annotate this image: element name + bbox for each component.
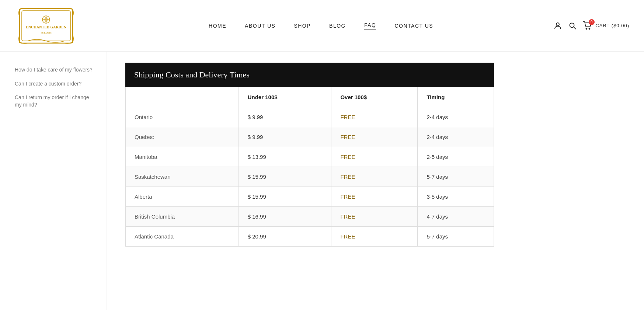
- header-icons: 0 CART ($0.00): [553, 21, 629, 30]
- logo-area: ENCHANTED GARDEN EST. 2018: [15, 4, 88, 48]
- account-button[interactable]: [553, 21, 562, 30]
- timing-cell: 3-5 days: [418, 187, 494, 207]
- svg-line-8: [574, 27, 576, 29]
- table-header-row: Under 100$ Over 100$ Timing: [126, 87, 494, 107]
- timing-cell: 2-5 days: [418, 147, 494, 167]
- table-row: British Columbia $ 16.99 FREE 4-7 days: [126, 207, 494, 227]
- table-row: Atlantic Canada $ 20.99 FREE 5-7 days: [126, 227, 494, 247]
- col-over100: Over 100$: [331, 87, 418, 107]
- sidebar-link-flowers[interactable]: How do I take care of my flowers?: [15, 66, 95, 74]
- under100-cell: $ 20.99: [239, 227, 331, 247]
- table-row: Alberta $ 15.99 FREE 3-5 days: [126, 187, 494, 207]
- nav-blog[interactable]: BLOG: [329, 23, 346, 29]
- nav-contact[interactable]: CONTACT US: [394, 23, 433, 29]
- cart-label: CART ($0.00): [595, 23, 629, 28]
- account-icon: [553, 21, 562, 30]
- table-row: Quebec $ 9.99 FREE 2-4 days: [126, 127, 494, 147]
- cart-icon-wrap: 0: [583, 21, 592, 30]
- page-layout: How do I take care of my flowers? Can I …: [0, 52, 644, 310]
- province-cell: Alberta: [126, 187, 239, 207]
- nav-shop[interactable]: SHOP: [294, 23, 311, 29]
- col-province: [126, 87, 239, 107]
- table-row: Ontario $ 9.99 FREE 2-4 days: [126, 107, 494, 127]
- province-cell: British Columbia: [126, 207, 239, 227]
- main-content: Shipping Costs and Delivery Times Under …: [107, 52, 644, 310]
- over100-cell: FREE: [331, 127, 418, 147]
- table-title: Shipping Costs and Delivery Times: [125, 63, 494, 87]
- over100-cell: FREE: [331, 187, 418, 207]
- nav-faq[interactable]: FAQ: [364, 22, 376, 29]
- province-cell: Manitoba: [126, 147, 239, 167]
- timing-cell: 4-7 days: [418, 207, 494, 227]
- shipping-table: Under 100$ Over 100$ Timing Ontario $ 9.…: [125, 87, 494, 247]
- timing-cell: 5-7 days: [418, 227, 494, 247]
- table-row: Manitoba $ 13.99 FREE 2-5 days: [126, 147, 494, 167]
- over100-cell: FREE: [331, 227, 418, 247]
- over100-cell: FREE: [331, 207, 418, 227]
- sidebar-link-custom[interactable]: Can I create a custom order?: [15, 80, 95, 88]
- table-row: Saskatchewan $ 15.99 FREE 5-7 days: [126, 167, 494, 187]
- col-under100: Under 100$: [239, 87, 331, 107]
- nav-home[interactable]: HOME: [209, 23, 226, 29]
- svg-point-6: [556, 23, 559, 26]
- timing-cell: 5-7 days: [418, 167, 494, 187]
- col-timing: Timing: [418, 87, 494, 107]
- timing-cell: 2-4 days: [418, 107, 494, 127]
- logo: ENCHANTED GARDEN EST. 2018: [15, 4, 77, 48]
- under100-cell: $ 16.99: [239, 207, 331, 227]
- nav-about[interactable]: ABOUT US: [245, 23, 275, 29]
- svg-text:ENCHANTED GARDEN: ENCHANTED GARDEN: [26, 25, 67, 29]
- province-cell: Ontario: [126, 107, 239, 127]
- under100-cell: $ 13.99: [239, 147, 331, 167]
- search-button[interactable]: [568, 21, 577, 30]
- province-cell: Quebec: [126, 127, 239, 147]
- province-cell: Saskatchewan: [126, 167, 239, 187]
- cart-button[interactable]: 0 CART ($0.00): [583, 21, 629, 30]
- search-icon: [568, 21, 577, 30]
- under100-cell: $ 9.99: [239, 127, 331, 147]
- under100-cell: $ 9.99: [239, 107, 331, 127]
- over100-cell: FREE: [331, 147, 418, 167]
- timing-cell: 2-4 days: [418, 127, 494, 147]
- shipping-table-section: Shipping Costs and Delivery Times Under …: [125, 63, 494, 247]
- under100-cell: $ 15.99: [239, 167, 331, 187]
- svg-point-10: [589, 28, 590, 29]
- cart-badge: 0: [589, 19, 595, 25]
- over100-cell: FREE: [331, 167, 418, 187]
- province-cell: Atlantic Canada: [126, 227, 239, 247]
- sidebar-link-return[interactable]: Can I return my order if I change my min…: [15, 94, 95, 108]
- under100-cell: $ 15.99: [239, 187, 331, 207]
- site-header: ENCHANTED GARDEN EST. 2018 HOME ABOUT US…: [0, 0, 644, 52]
- svg-point-9: [586, 28, 587, 29]
- svg-point-7: [570, 23, 574, 27]
- main-nav: HOME ABOUT US SHOP BLOG FAQ CONTACT US: [88, 22, 553, 29]
- over100-cell: FREE: [331, 107, 418, 127]
- sidebar: How do I take care of my flowers? Can I …: [0, 52, 107, 310]
- svg-text:EST. 2018: EST. 2018: [41, 31, 52, 34]
